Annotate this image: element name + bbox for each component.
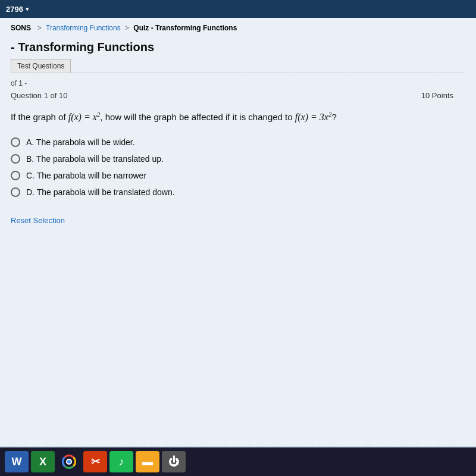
question-text-middle: , how will the graph be affected if it i… bbox=[100, 112, 295, 122]
question-text-after: ? bbox=[331, 112, 336, 122]
taskbar-sticky[interactable]: ▬ bbox=[136, 451, 159, 472]
tab-test-questions[interactable]: Test Questions bbox=[11, 59, 71, 73]
tab-bar: Test Questions bbox=[11, 59, 465, 73]
scissors-icon: ✂ bbox=[91, 455, 100, 468]
question-of-text: of 1 - bbox=[11, 79, 465, 87]
radio-d[interactable] bbox=[11, 187, 20, 197]
question-number: Question 1 of 10 bbox=[11, 91, 67, 100]
answer-option-c[interactable]: C. The parabola will be narrower bbox=[11, 171, 465, 180]
taskbar-chrome[interactable] bbox=[57, 451, 81, 472]
spotify-icon: ♪ bbox=[119, 456, 124, 468]
page-title: - Transforming Functions bbox=[11, 40, 465, 54]
question-text-before: If the graph of bbox=[11, 112, 68, 122]
question-func2: f(x) = 3x2 bbox=[295, 112, 332, 122]
taskbar-word[interactable]: W bbox=[5, 451, 29, 472]
taskbar-scissors[interactable]: ✂ bbox=[83, 451, 107, 472]
sticky-icon: ▬ bbox=[142, 456, 153, 468]
question-func1: f(x) = x2 bbox=[68, 112, 101, 122]
excel-icon: X bbox=[39, 456, 46, 468]
answer-option-d[interactable]: D. The parabola will be translated down. bbox=[11, 187, 465, 197]
radio-b[interactable] bbox=[11, 154, 20, 164]
answer-options: A. The parabola will be wider. B. The pa… bbox=[11, 137, 465, 197]
exit-icon: ⏻ bbox=[168, 456, 179, 468]
taskbar: W X ✂ ♪ ▬ ⏻ bbox=[0, 447, 476, 476]
title-bar-text: 2796 bbox=[6, 5, 23, 14]
content-area: SONS > Transforming Functions > Quiz - T… bbox=[0, 18, 476, 446]
answer-label-d: D. The parabola will be translated down. bbox=[26, 187, 175, 197]
breadcrumb-current: Quiz - Transforming Functions bbox=[133, 24, 237, 32]
answer-label-c: C. The parabola will be narrower bbox=[26, 171, 146, 180]
answer-label-b: B. The parabola will be translated up. bbox=[26, 154, 164, 164]
taskbar-excel[interactable]: X bbox=[31, 451, 55, 472]
reset-selection-link[interactable]: Reset Selection bbox=[11, 216, 65, 225]
breadcrumb: SONS > Transforming Functions > Quiz - T… bbox=[11, 24, 465, 32]
title-bar: 2796 ▾ bbox=[0, 0, 476, 18]
breadcrumb-sep-2: > bbox=[125, 24, 129, 32]
question-points: 10 Points bbox=[421, 91, 453, 100]
breadcrumb-sep-1: > bbox=[37, 24, 42, 32]
breadcrumb-section: SONS bbox=[11, 24, 31, 32]
question-meta: Question 1 of 10 10 Points bbox=[11, 91, 465, 100]
answer-option-a[interactable]: A. The parabola will be wider. bbox=[11, 137, 465, 147]
taskbar-exit[interactable]: ⏻ bbox=[162, 451, 186, 472]
chrome-icon bbox=[62, 455, 76, 469]
answer-option-b[interactable]: B. The parabola will be translated up. bbox=[11, 154, 465, 164]
answer-label-a: A. The parabola will be wider. bbox=[26, 137, 135, 147]
radio-a[interactable] bbox=[11, 137, 20, 147]
taskbar-spotify[interactable]: ♪ bbox=[109, 451, 133, 472]
breadcrumb-link-transforming[interactable]: Transforming Functions bbox=[46, 24, 121, 32]
title-bar-chevron[interactable]: ▾ bbox=[26, 5, 29, 13]
radio-c[interactable] bbox=[11, 171, 20, 180]
question-text: If the graph of f(x) = x2, how will the … bbox=[11, 109, 465, 124]
word-icon: W bbox=[12, 456, 22, 468]
